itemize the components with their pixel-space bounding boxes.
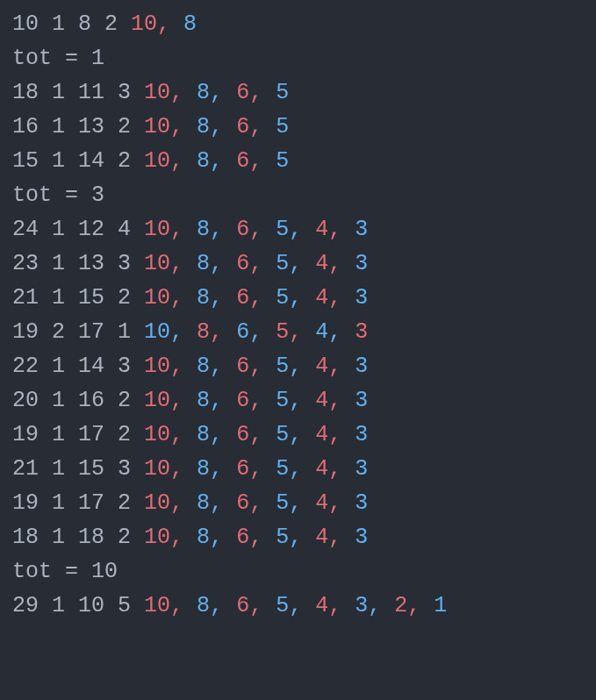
token-grey: 24 1 12 4 <box>12 217 144 242</box>
token-grey <box>223 319 236 345</box>
token-red: , <box>249 80 262 105</box>
token-grey <box>223 251 236 276</box>
token-grey <box>223 80 236 105</box>
token-blue: 4 <box>315 319 328 345</box>
token-blue: , <box>210 456 223 482</box>
token-grey <box>223 422 236 447</box>
token-blue: 3 <box>355 217 368 242</box>
token-red: 6 <box>236 285 249 311</box>
token-red: 10 <box>144 148 170 174</box>
token-grey <box>183 148 197 174</box>
token-grey <box>183 525 197 550</box>
token-red: 4 <box>315 354 328 379</box>
token-grey: 19 2 17 1 <box>12 319 144 345</box>
token-red: 10 <box>144 525 170 550</box>
token-blue: , <box>210 525 223 550</box>
token-grey <box>341 593 355 618</box>
token-red: , <box>170 251 183 276</box>
token-grey: 18 1 11 3 <box>12 80 144 105</box>
token-grey <box>302 525 315 550</box>
token-grey <box>183 114 197 139</box>
token-red: , <box>249 251 262 276</box>
token-red: 4 <box>315 456 328 482</box>
token-blue: 3 <box>355 354 368 379</box>
token-blue: , <box>289 354 302 379</box>
token-blue: 8 <box>197 80 210 105</box>
token-blue: , <box>289 285 302 311</box>
token-blue: 8 <box>197 354 210 379</box>
token-blue: , <box>289 593 302 618</box>
token-red: 6 <box>236 148 249 174</box>
token-red: 10 <box>144 422 170 447</box>
token-red: , <box>170 114 183 139</box>
token-red: 8 <box>197 319 210 345</box>
token-grey <box>223 456 236 482</box>
token-red: , <box>170 422 183 447</box>
token-grey: 18 1 18 2 <box>12 525 144 550</box>
token-red: , <box>170 354 183 379</box>
token-red: 6 <box>236 388 249 413</box>
token-grey <box>223 525 236 550</box>
token-red: , <box>407 593 420 618</box>
token-red: , <box>249 285 262 311</box>
token-grey <box>183 217 197 242</box>
token-red: 10 <box>144 114 170 139</box>
token-grey <box>262 114 276 139</box>
token-blue: 3 <box>355 593 368 618</box>
token-red: , <box>170 456 183 482</box>
token-red: , <box>170 285 183 311</box>
token-grey <box>183 80 197 105</box>
token-blue: 8 <box>197 388 210 413</box>
token-grey <box>183 422 197 447</box>
token-blue: 3 <box>355 490 368 516</box>
token-red: 4 <box>315 525 328 550</box>
token-red: , <box>328 525 341 550</box>
token-blue: 8 <box>197 285 210 311</box>
token-blue: , <box>289 490 302 516</box>
token-red: , <box>249 217 262 242</box>
token-red: 2 <box>394 593 407 618</box>
token-blue: 5 <box>276 80 289 105</box>
token-red: 4 <box>315 593 328 618</box>
token-blue: 1 <box>434 593 447 618</box>
token-blue: 3 <box>355 251 368 276</box>
token-grey: 22 1 14 3 <box>12 354 144 379</box>
token-red: 6 <box>236 525 249 550</box>
token-blue: , <box>210 593 223 618</box>
token-red: 10 <box>144 251 170 276</box>
token-red: , <box>170 80 183 105</box>
token-blue: , <box>170 319 183 345</box>
token-red: , <box>328 490 341 516</box>
token-grey <box>341 525 355 550</box>
token-blue: , <box>210 80 223 105</box>
token-grey <box>302 251 315 276</box>
token-grey <box>262 251 276 276</box>
token-red: , <box>249 525 262 550</box>
token-red: , <box>328 456 341 482</box>
token-grey <box>341 354 355 379</box>
token-grey <box>341 319 355 345</box>
token-red: , <box>249 354 262 379</box>
token-red: , <box>249 456 262 482</box>
token-grey: 16 1 13 2 <box>12 114 144 139</box>
token-grey <box>302 593 315 618</box>
token-blue: 5 <box>276 525 289 550</box>
token-red: , <box>249 148 262 174</box>
token-grey <box>302 217 315 242</box>
token-blue: , <box>289 388 302 413</box>
token-grey <box>183 593 197 618</box>
token-blue: , <box>210 388 223 413</box>
token-grey <box>302 319 315 345</box>
token-grey: 19 1 17 2 <box>12 490 144 516</box>
token-grey <box>302 490 315 516</box>
token-red: , <box>170 388 183 413</box>
token-blue: 5 <box>276 251 289 276</box>
token-red: 10 <box>144 80 170 105</box>
token-red: 6 <box>236 422 249 447</box>
token-grey <box>341 285 355 311</box>
token-blue: 5 <box>276 593 289 618</box>
token-grey <box>223 217 236 242</box>
token-blue: , <box>210 490 223 516</box>
token-blue: 8 <box>197 251 210 276</box>
token-blue: , <box>328 319 341 345</box>
